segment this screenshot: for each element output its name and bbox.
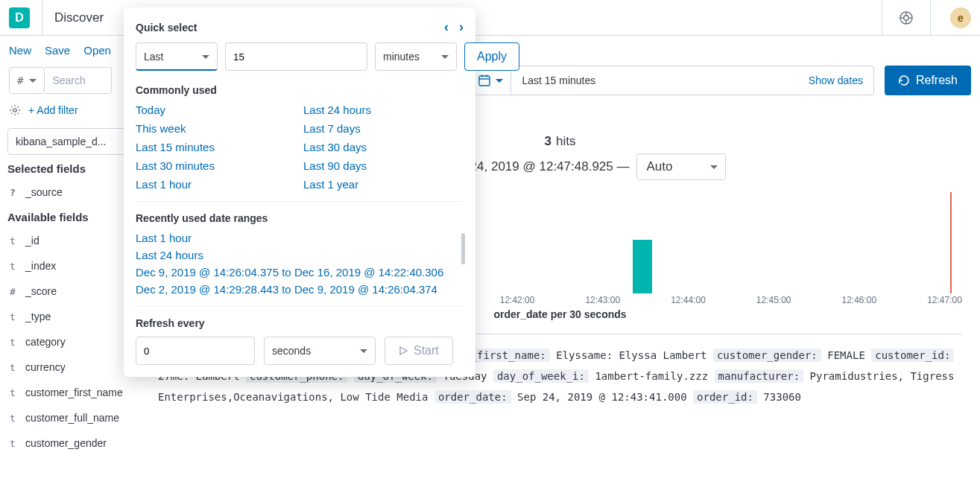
field-name: _source — [25, 186, 63, 198]
doc-value: ambert-family.zzz — [601, 370, 708, 382]
help-icon[interactable] — [894, 6, 918, 30]
field-item[interactable]: #_score — [7, 279, 133, 304]
chart-tick: 12:44:00 — [671, 295, 706, 305]
commonly-used-link[interactable]: Last 90 days — [303, 159, 464, 172]
hits-label: hits — [556, 134, 575, 148]
quick-value-input[interactable] — [225, 42, 367, 71]
divider — [882, 0, 882, 36]
field-type-icon: ? — [7, 187, 18, 198]
field-item[interactable]: tcustomer_first_name — [7, 380, 133, 405]
chevron-down-icon — [360, 349, 367, 357]
date-range-display[interactable]: Last 15 minutes Show dates — [511, 66, 874, 95]
show-dates-link[interactable]: Show dates — [809, 74, 863, 86]
field-type-icon: t — [7, 387, 18, 398]
refresh-unit-value: seconds — [272, 345, 311, 357]
query-language-button[interactable]: # — [9, 67, 45, 94]
refresh-unit-select[interactable]: seconds — [264, 337, 376, 365]
add-filter-link[interactable]: + Add filter — [28, 104, 78, 116]
doc-key: order_date: — [434, 390, 511, 404]
field-item[interactable]: tcurrency — [7, 354, 133, 380]
field-name: customer_first_name — [25, 387, 123, 398]
doc-key: day_of_week_i: — [493, 369, 589, 383]
menu-new[interactable]: New — [9, 44, 31, 57]
date-range-text: Last 15 minutes — [522, 74, 595, 86]
quick-prev-button[interactable]: ‹ — [444, 19, 449, 35]
commonly-used-link[interactable]: Last 24 hours — [303, 104, 464, 116]
doc-value: Sep 24, 2019 @ 12:43:41.000 — [517, 391, 687, 403]
field-item[interactable]: tcustomer_full_name — [7, 405, 133, 430]
menu-open[interactable]: Open — [83, 44, 111, 57]
chevron-down-icon — [441, 55, 449, 63]
field-type-icon: t — [7, 413, 18, 424]
field-item[interactable]: t_type — [7, 304, 133, 329]
tense-select[interactable]: Last — [136, 42, 218, 71]
commonly-used-link[interactable]: Last 1 hour — [136, 178, 296, 191]
field-name: customer_full_name — [25, 412, 119, 424]
divider — [930, 0, 931, 36]
recent-range-link[interactable]: Last 1 hour — [136, 232, 464, 244]
chevron-down-icon — [202, 55, 209, 63]
recent-range-link[interactable]: Dec 9, 2019 @ 14:26:04.375 to Dec 16, 20… — [136, 266, 464, 279]
field-type-icon: t — [7, 337, 18, 348]
search-input[interactable]: Search — [45, 67, 112, 94]
quick-next-button[interactable]: › — [459, 19, 464, 35]
available-fields-title: Available fields — [7, 211, 133, 223]
apply-button[interactable]: Apply — [464, 42, 519, 71]
avatar[interactable]: e — [950, 7, 971, 28]
chart-tick: 12:42:00 — [500, 295, 535, 305]
commonly-used-link[interactable]: Last 1 year — [303, 178, 464, 191]
scrollbar[interactable] — [461, 233, 465, 264]
chevron-down-icon — [496, 79, 503, 86]
selected-fields-title: Selected fields — [7, 162, 133, 175]
commonly-used-link[interactable]: This week — [136, 122, 296, 135]
menu-save[interactable]: Save — [45, 44, 70, 57]
unit-select[interactable]: minutes — [375, 42, 457, 71]
doc-value: me: Elyssa Lambert — [594, 349, 707, 361]
field-name: _score — [25, 285, 57, 297]
field-type-icon: t — [7, 311, 18, 322]
refresh-interval-input[interactable] — [136, 337, 255, 365]
play-icon — [399, 346, 408, 355]
refresh-button[interactable]: Refresh — [885, 66, 971, 95]
svg-point-10 — [13, 109, 16, 112]
field-type-icon: t — [7, 235, 18, 246]
tense-value: Last — [144, 51, 163, 63]
chart-bar — [633, 240, 652, 293]
refresh-icon — [898, 74, 910, 86]
refresh-label: Refresh — [916, 74, 958, 87]
commonly-used-link[interactable]: Today — [136, 104, 296, 116]
refresh-every-title: Refresh every — [136, 317, 464, 329]
doc-value: 733060 — [763, 391, 801, 403]
commonly-used-link[interactable]: Last 30 days — [303, 141, 464, 153]
field-type-icon: t — [7, 362, 18, 373]
start-button[interactable]: Start — [385, 337, 453, 365]
field-item[interactable]: t_index — [7, 253, 133, 279]
field-item[interactable]: ?_source — [7, 179, 133, 205]
doc-key: manufacturer: — [715, 369, 804, 383]
commonly-used-title: Commonly used — [136, 84, 464, 96]
commonly-used-link[interactable]: Last 7 days — [303, 122, 464, 135]
index-pattern-select[interactable]: kibana_sample_d... — [7, 128, 133, 155]
app-title: Discover — [54, 10, 104, 25]
hits-count: 3 — [545, 134, 551, 148]
unit-value: minutes — [383, 51, 420, 63]
field-name: customer_gender — [25, 437, 107, 449]
chart-tick: 12:45:00 — [756, 295, 791, 305]
doc-value: Elyssa — [556, 349, 594, 361]
app-logo[interactable]: D — [9, 7, 30, 28]
field-item[interactable]: tcategory — [7, 329, 133, 354]
commonly-used-link[interactable]: Last 15 minutes — [136, 141, 296, 153]
doc-key: customer_id: — [871, 349, 954, 362]
chart-tick: 12:43:00 — [585, 295, 620, 305]
gear-icon[interactable] — [9, 104, 21, 116]
field-type-icon: # — [7, 286, 18, 297]
quick-select-title: Quick select — [136, 22, 197, 34]
field-name: _index — [25, 260, 56, 272]
recent-range-link[interactable]: Last 24 hours — [136, 249, 464, 261]
field-item[interactable]: tcustomer_gender — [7, 430, 133, 456]
doc-value: FEMALE — [827, 349, 865, 361]
commonly-used-link[interactable]: Last 30 minutes — [136, 159, 296, 172]
interval-select[interactable]: Auto — [636, 153, 726, 180]
recent-range-link[interactable]: Dec 2, 2019 @ 14:29:28.443 to Dec 9, 201… — [136, 283, 464, 296]
field-item[interactable]: t_id — [7, 228, 133, 253]
